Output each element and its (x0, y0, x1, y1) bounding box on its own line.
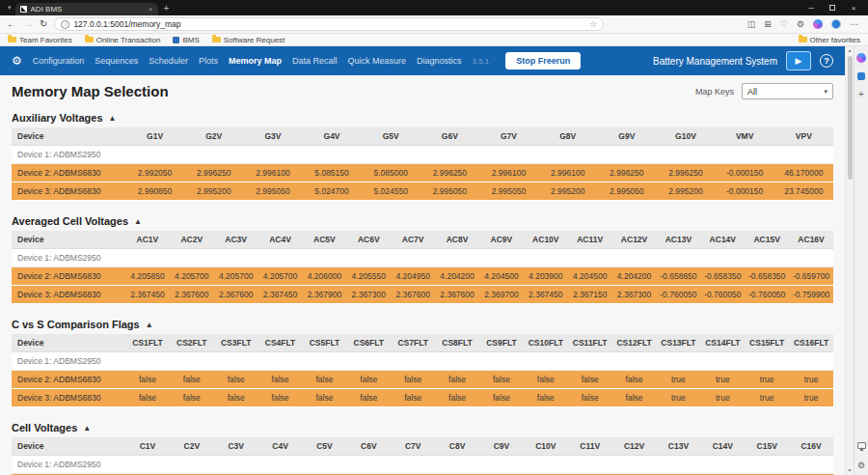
other-favorites[interactable]: Other favorites (799, 36, 860, 44)
section-header[interactable]: Cell Voltages▲ (12, 417, 833, 437)
split-screen-icon[interactable]: ◫ (747, 19, 756, 29)
nav-item-scheduler[interactable]: Scheduler (149, 56, 188, 66)
add-sidebar-app-icon[interactable]: + (858, 90, 864, 98)
device-name: Device 1: ADBMS2950 (12, 249, 125, 267)
nav-item-diagnostics[interactable]: Diagnostics (417, 56, 462, 66)
copilot-sidebar-icon[interactable] (856, 53, 866, 63)
favorite-folder-team[interactable]: Team Favorites (8, 36, 72, 44)
app-settings-gear-icon[interactable]: ⚙ (12, 55, 22, 67)
device-row[interactable]: Device 2: ADBMS6830falsefalsefalsefalsef… (12, 371, 833, 389)
sidebar-app-icon[interactable] (857, 72, 865, 80)
page-scrollbar[interactable]: ▴ ▾ (845, 46, 854, 475)
back-icon[interactable]: ← (7, 19, 16, 29)
device-row[interactable]: Device 1: ADBMS2950 (12, 146, 833, 164)
cell-value (362, 146, 420, 164)
cell-value: 4.205850 (125, 267, 170, 286)
collapse-arrow-icon[interactable]: ▲ (134, 217, 142, 226)
close-window-button[interactable]: × (843, 4, 864, 13)
collapse-arrow-icon[interactable]: ▲ (83, 424, 91, 433)
cell-value: 4.204200 (435, 267, 479, 286)
sidebar-settings-icon[interactable]: ⚙ (857, 461, 865, 470)
maximize-button[interactable] (822, 4, 843, 13)
favorites-star-icon[interactable]: ☆ (589, 19, 597, 29)
browser-toolbar: ← → ↻ i 127.0.0.1:5001/memory_map ☆ ◫ ⊞ … (0, 15, 868, 34)
refresh-icon[interactable]: ↻ (40, 19, 47, 29)
cell-value (479, 146, 538, 164)
address-bar[interactable]: i 127.0.0.1:5001/memory_map ☆ (54, 17, 604, 31)
stop-freerun-button[interactable]: Stop Freerun (505, 52, 581, 70)
device-row[interactable]: Device 3: ADBMS68302.3674502.3676002.367… (12, 286, 833, 304)
column-header: AC15V (745, 231, 789, 249)
device-row[interactable]: Device 3: ADBMS68302.9908502.9952002.995… (12, 182, 833, 201)
tab-close-icon[interactable]: × (149, 5, 153, 14)
profile-avatar[interactable] (831, 19, 841, 29)
new-tab-button[interactable]: + (158, 3, 176, 14)
cell-value: 23.745000 (774, 182, 833, 201)
browser-essentials-icon[interactable]: ♡ (780, 19, 788, 29)
adi-play-logo-button[interactable]: ▶ (786, 51, 811, 70)
cell-value (420, 146, 479, 164)
help-icon[interactable]: ? (820, 54, 833, 68)
nav-item-quick-measure[interactable]: Quick Measure (347, 56, 406, 66)
cell-value (657, 249, 701, 267)
memory-map-page: Memory Map Selection Map Keys All ▾ Auxi… (0, 75, 845, 475)
column-header: CS7FLT (391, 334, 435, 352)
forward-icon[interactable]: → (23, 19, 33, 29)
scroll-up-icon[interactable]: ▴ (848, 47, 851, 54)
nav-item-data-recall[interactable]: Data Recall (292, 56, 338, 66)
favorite-label: BMS (182, 36, 199, 44)
collections-icon[interactable]: ⊞ (764, 19, 772, 29)
favorite-folder-software-request[interactable]: Software Request (212, 36, 285, 44)
device-row[interactable]: Device 1: ADBMS2950 (12, 456, 833, 474)
device-row[interactable]: Device 1: ADBMS2950 (12, 249, 833, 267)
column-header: C12V (612, 437, 657, 456)
browser-tab[interactable]: ADI BMS × (15, 3, 158, 15)
device-row[interactable]: Device 3: ADBMS6830falsefalsefalsefalsef… (12, 389, 833, 407)
collapse-arrow-icon[interactable]: ▲ (146, 321, 153, 329)
settings-gear-icon[interactable]: ⚙ (797, 19, 804, 29)
favorite-bms[interactable]: BMS (173, 36, 199, 44)
site-info-icon[interactable]: i (61, 20, 69, 29)
cell-value: 46.170000 (774, 164, 833, 182)
column-header: AC7V (391, 231, 435, 249)
copilot-icon[interactable] (813, 19, 823, 29)
url-host: 127.0.0.1:5001 (73, 19, 128, 29)
cell-value (700, 456, 745, 474)
cell-value (716, 146, 774, 164)
column-header: AC4V (258, 231, 303, 249)
memory-section: Averaged Cell Voltages▲DeviceAC1VAC2VAC3… (12, 210, 833, 304)
scrollbar-thumb[interactable] (848, 56, 853, 180)
more-menu-icon[interactable]: ⋯ (850, 19, 858, 29)
cell-value (700, 352, 745, 371)
nav-item-memory-map[interactable]: Memory Map (229, 56, 282, 66)
tab-title: ADI BMS (31, 5, 145, 14)
nav-item-configuration[interactable]: Configuration (33, 56, 85, 66)
cell-value: false (612, 371, 657, 389)
device-row[interactable]: Device 2: ADBMS68302.9920502.9962502.996… (12, 164, 833, 182)
screenshot-tool-icon[interactable] (857, 442, 866, 449)
cell-value (612, 456, 657, 474)
maximize-icon (829, 5, 835, 11)
tab-actions-icon[interactable]: ▾ (4, 4, 15, 12)
cell-value: 2.367450 (258, 286, 303, 304)
device-row[interactable]: Device 2: ADBMS68304.2058504.2057004.205… (12, 267, 833, 286)
scroll-down-icon[interactable]: ▾ (848, 467, 851, 474)
cell-value: false (612, 389, 657, 407)
app-navbar: ⚙ Configuration Sequences Scheduler Plot… (0, 46, 845, 75)
map-keys-select[interactable]: All ▾ (742, 83, 833, 99)
cell-value: 4.205550 (346, 267, 391, 286)
section-header[interactable]: Averaged Cell Voltages▲ (12, 210, 833, 231)
device-name: Device 2: ADBMS6830 (12, 164, 125, 182)
favorite-folder-online-transaction[interactable]: Online Transaction (85, 36, 161, 44)
nav-item-plots[interactable]: Plots (199, 56, 218, 66)
cell-value: 2.367600 (214, 286, 258, 304)
column-header: G5V (362, 127, 420, 146)
section-header[interactable]: C vs S Comparison Flags▲ (12, 314, 833, 334)
minimize-button[interactable]: ─ (800, 4, 822, 13)
nav-item-sequences[interactable]: Sequences (95, 56, 138, 66)
device-name: Device 3: ADBMS6830 (12, 182, 125, 201)
section-header[interactable]: Auxiliary Voltages▲ (12, 107, 833, 127)
cell-value: -0.658350 (745, 267, 789, 286)
device-row[interactable]: Device 1: ADBMS2950 (12, 352, 833, 371)
collapse-arrow-icon[interactable]: ▲ (109, 114, 117, 123)
